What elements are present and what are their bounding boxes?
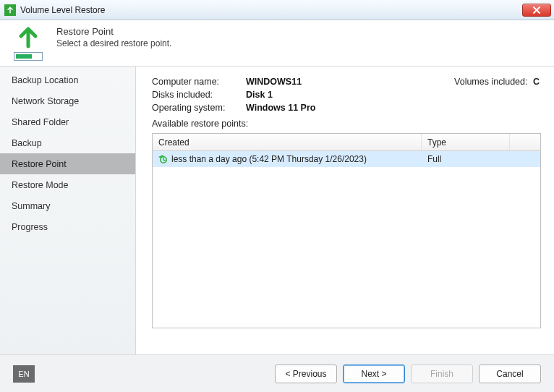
- os-label: Operating system:: [152, 103, 246, 113]
- main-panel: Volumes included: C Computer name: WINDO…: [136, 67, 554, 354]
- wizard-sidebar: Backup Location Network Storage Shared F…: [0, 67, 136, 354]
- volumes-value: C: [533, 77, 540, 87]
- finish-button: Finish: [411, 365, 473, 383]
- wizard-body: Backup Location Network Storage Shared F…: [0, 67, 554, 354]
- wizard-icon: [10, 25, 46, 61]
- header-subtitle: Select a desired restore point.: [56, 38, 171, 48]
- volumes-included: Volumes included: C: [454, 77, 540, 87]
- sidebar-item-backup[interactable]: Backup: [0, 132, 135, 153]
- cancel-button[interactable]: Cancel: [479, 365, 541, 383]
- col-spare: [510, 134, 540, 150]
- volumes-label: Volumes included:: [454, 77, 527, 87]
- grid-header: Created Type: [153, 134, 540, 151]
- sidebar-item-restore-point[interactable]: Restore Point: [0, 153, 135, 174]
- wizard-footer: EN < Previous Next > Finish Cancel: [0, 354, 554, 392]
- language-badge[interactable]: EN: [13, 365, 35, 383]
- progress-icon: [14, 52, 43, 61]
- row-type: Full: [422, 154, 510, 164]
- sidebar-item-summary[interactable]: Summary: [0, 195, 135, 216]
- sidebar-item-restore-mode[interactable]: Restore Mode: [0, 174, 135, 195]
- sidebar-item-shared-folder[interactable]: Shared Folder: [0, 111, 135, 132]
- sidebar-item-backup-location[interactable]: Backup Location: [0, 69, 135, 90]
- os-value: Windows 11 Pro: [246, 103, 541, 113]
- computer-name-label: Computer name:: [152, 77, 246, 87]
- restore-point-row[interactable]: less than a day ago (5:42 PM Thursday 1/…: [153, 151, 540, 167]
- restore-point-icon: [158, 154, 169, 164]
- col-created[interactable]: Created: [153, 134, 422, 150]
- sidebar-item-network-storage[interactable]: Network Storage: [0, 90, 135, 111]
- available-points-label: Available restore points:: [152, 119, 541, 129]
- titlebar: Volume Level Restore: [0, 0, 554, 20]
- row-created: less than a day ago (5:42 PM Thursday 1/…: [171, 154, 367, 164]
- sidebar-item-progress[interactable]: Progress: [0, 216, 135, 237]
- window-title: Volume Level Restore: [20, 5, 522, 15]
- app-icon: [4, 4, 16, 16]
- previous-button[interactable]: < Previous: [275, 365, 337, 383]
- disks-value: Disk 1: [246, 90, 541, 100]
- wizard-header: Restore Point Select a desired restore p…: [0, 20, 554, 67]
- header-title: Restore Point: [56, 26, 171, 37]
- col-type[interactable]: Type: [422, 134, 510, 150]
- disks-label: Disks included:: [152, 90, 246, 100]
- restore-points-grid: Created Type less than a day ago (5:42 P…: [152, 133, 541, 328]
- next-button[interactable]: Next >: [343, 365, 405, 383]
- close-button[interactable]: [522, 4, 551, 17]
